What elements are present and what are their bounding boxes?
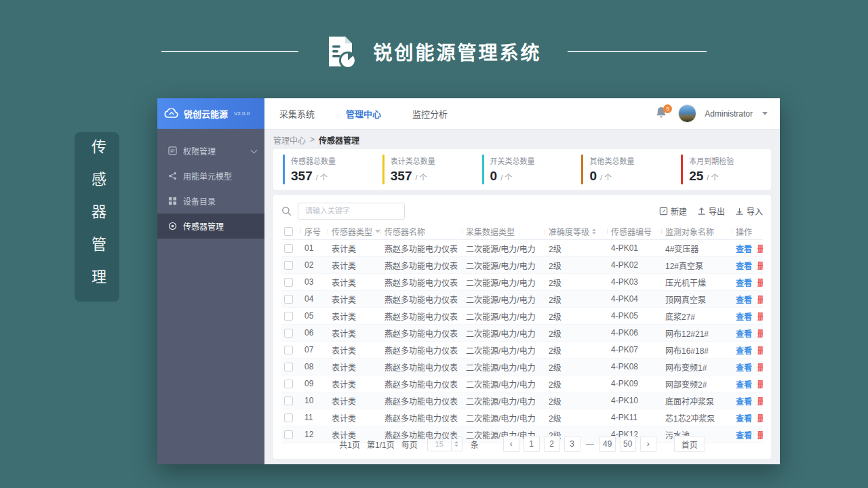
page-button[interactable]: 3 bbox=[564, 436, 580, 452]
view-link[interactable]: 查看 bbox=[736, 277, 752, 288]
sidebar-item-sensor-management[interactable]: 传感器管理 bbox=[157, 214, 264, 239]
home-page-button[interactable]: 首页 bbox=[674, 436, 705, 452]
row-checkbox[interactable] bbox=[284, 278, 293, 287]
delete-link[interactable]: 删除 bbox=[757, 327, 763, 339]
cell-sensor-code: 4-PK10 bbox=[607, 396, 661, 405]
view-link[interactable]: 查看 bbox=[736, 344, 752, 356]
view-link[interactable]: 查看 bbox=[736, 378, 752, 390]
delete-link[interactable]: 删除 bbox=[757, 310, 763, 322]
cell-accuracy: 2级 bbox=[545, 344, 607, 356]
new-button[interactable]: 新建 bbox=[659, 205, 687, 217]
delete-link[interactable]: 删除 bbox=[757, 361, 763, 373]
delete-link[interactable]: 删除 bbox=[757, 412, 763, 424]
cell-data-type: 二次能源/电力/电力 bbox=[462, 277, 545, 288]
delete-link[interactable]: 删除 bbox=[757, 293, 763, 305]
breadcrumb-parent[interactable]: 管理中心 bbox=[273, 134, 306, 146]
row-checkbox[interactable] bbox=[284, 261, 293, 270]
delete-link[interactable]: 删除 bbox=[757, 344, 763, 356]
view-link[interactable]: 查看 bbox=[736, 310, 752, 322]
row-checkbox[interactable] bbox=[284, 380, 293, 388]
col-accuracy[interactable]: 准确度等级 bbox=[545, 226, 607, 237]
cell-data-type: 二次能源/电力/电力 bbox=[462, 260, 545, 271]
page-button[interactable]: 49 bbox=[599, 436, 616, 452]
filter-icon[interactable] bbox=[375, 230, 380, 233]
sidebar-item-energy-unit-model[interactable]: 用能单元模型 bbox=[157, 163, 264, 188]
view-link[interactable]: 查看 bbox=[736, 260, 752, 271]
view-link[interactable]: 查看 bbox=[736, 361, 752, 373]
stat-sensor-total: 传感器总数量 357 / 个 bbox=[273, 155, 373, 184]
permission-icon bbox=[167, 146, 177, 156]
cell-sensor-type: 表计类 bbox=[328, 412, 380, 424]
avatar[interactable] bbox=[678, 104, 696, 123]
view-link[interactable]: 查看 bbox=[736, 412, 752, 424]
next-page-button[interactable]: › bbox=[640, 436, 656, 452]
tab-monitoring-analysis[interactable]: 监控分析 bbox=[412, 107, 448, 120]
table-body: 01 表计类 燕赵多功能电力仪表 二次能源/电力/电力 2级 4-PK01 4#… bbox=[281, 240, 763, 443]
cell-sensor-type: 表计类 bbox=[328, 344, 380, 356]
page-button[interactable]: 50 bbox=[620, 436, 636, 452]
import-button[interactable]: 导入 bbox=[735, 205, 763, 217]
per-page-select[interactable]: 15 bbox=[427, 436, 462, 451]
cell-serial: 01 bbox=[300, 243, 328, 253]
sidebar-logo-text: 锐创云能源 bbox=[184, 107, 228, 120]
user-menu-caret-icon[interactable] bbox=[762, 112, 768, 115]
tab-management-center[interactable]: 管理中心 bbox=[346, 107, 381, 120]
prev-page-button[interactable]: ‹ bbox=[503, 436, 519, 452]
cell-sensor-code: 4-PK11 bbox=[607, 413, 661, 422]
delete-link[interactable]: 删除 bbox=[757, 243, 763, 254]
row-checkbox[interactable] bbox=[284, 346, 293, 354]
cell-sensor-name: 燕赵多功能电力仪表 bbox=[380, 327, 462, 339]
col-data-type: 采集数据类型 bbox=[462, 226, 545, 237]
current-page-text: 第1/1页 bbox=[367, 439, 395, 450]
search-input[interactable] bbox=[298, 203, 405, 220]
table-row: 08 表计类 燕赵多功能电力仪表 二次能源/电力/电力 2级 4-PK08 网布… bbox=[281, 359, 763, 375]
stat-label: 本月到期检验 bbox=[689, 155, 734, 166]
notification-bell-icon[interactable]: 5 bbox=[655, 106, 670, 122]
delete-link[interactable]: 删除 bbox=[757, 395, 763, 407]
sidebar-item-label: 传感器管理 bbox=[183, 220, 256, 232]
sidebar-item-label: 用能单元模型 bbox=[183, 170, 256, 182]
per-page-stepper[interactable] bbox=[451, 437, 462, 451]
select-all-checkbox[interactable] bbox=[284, 227, 293, 236]
table-row: 10 表计类 燕赵多功能电力仪表 二次能源/电力/电力 2级 4-PK10 底面… bbox=[281, 392, 763, 409]
cell-sensor-type: 表计类 bbox=[328, 310, 380, 322]
view-link[interactable]: 查看 bbox=[736, 327, 752, 339]
view-link[interactable]: 查看 bbox=[736, 395, 752, 407]
sidebar-item-device-catalog[interactable]: 设备目录 bbox=[157, 188, 264, 214]
view-link[interactable]: 查看 bbox=[736, 293, 752, 305]
cell-target-name: 网布12#21# bbox=[661, 327, 732, 339]
sidebar-menu: 权限管理 用能单元模型 设备目录 传感器管理 bbox=[157, 129, 264, 239]
stat-label: 开关类总数量 bbox=[490, 155, 535, 166]
row-checkbox[interactable] bbox=[284, 295, 293, 304]
sidebar-item-permissions[interactable]: 权限管理 bbox=[157, 138, 264, 163]
notification-badge: 5 bbox=[663, 104, 672, 113]
row-checkbox[interactable] bbox=[284, 244, 293, 253]
page-ellipsis: — bbox=[585, 439, 595, 449]
cell-accuracy: 2级 bbox=[545, 361, 607, 373]
cell-serial: 04 bbox=[300, 294, 328, 304]
delete-link[interactable]: 删除 bbox=[757, 378, 763, 390]
view-link[interactable]: 查看 bbox=[736, 243, 752, 254]
col-sensor-type[interactable]: 传感器类型 bbox=[328, 226, 380, 237]
stat-color-bar bbox=[482, 155, 484, 184]
export-button[interactable]: 导出 bbox=[697, 205, 725, 217]
page-button[interactable]: 2 bbox=[544, 436, 560, 452]
cell-data-type: 二次能源/电力/电力 bbox=[462, 310, 545, 322]
stat-label: 其他类总数量 bbox=[589, 155, 634, 166]
page-button[interactable]: 1 bbox=[524, 436, 540, 452]
sort-icon[interactable] bbox=[592, 228, 596, 235]
row-checkbox[interactable] bbox=[284, 329, 293, 338]
search-icon[interactable] bbox=[281, 206, 298, 216]
row-checkbox[interactable] bbox=[284, 363, 293, 371]
sensor-table: 序号 传感器类型 传感器名称 采集数据类型 准确度等级 传感器编号 监测对象名称 bbox=[281, 224, 763, 433]
row-checkbox[interactable] bbox=[284, 396, 293, 405]
export-button-label: 导出 bbox=[709, 205, 725, 217]
delete-link[interactable]: 删除 bbox=[757, 260, 763, 271]
share-nodes-icon bbox=[167, 171, 177, 181]
cell-sensor-type: 表计类 bbox=[328, 293, 380, 305]
breadcrumb-current: 传感器管理 bbox=[319, 134, 359, 146]
row-checkbox[interactable] bbox=[284, 312, 293, 321]
tab-collection-system[interactable]: 采集系统 bbox=[279, 107, 315, 120]
delete-link[interactable]: 删除 bbox=[757, 277, 763, 288]
row-checkbox[interactable] bbox=[284, 413, 293, 422]
